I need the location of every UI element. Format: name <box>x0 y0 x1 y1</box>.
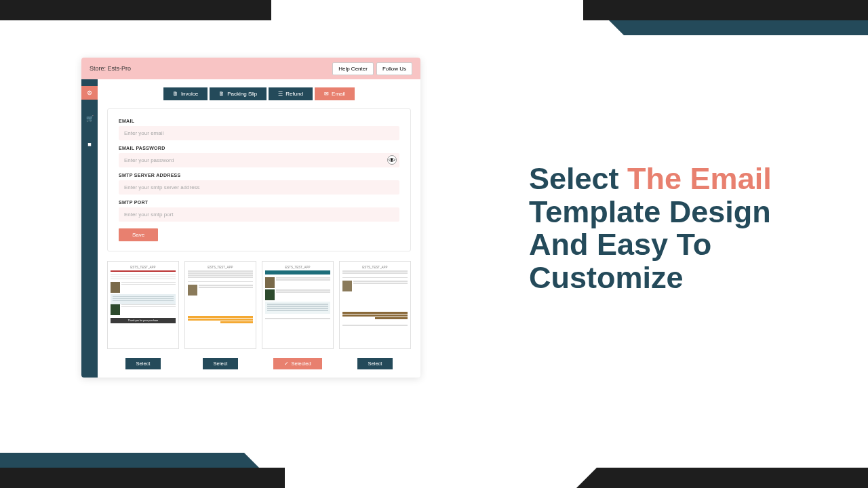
smtp-port-label: SMTP PORT <box>119 200 399 205</box>
email-label: EMAIL <box>119 119 399 123</box>
tab-invoice-label: Invoice <box>181 91 198 97</box>
template-header: ESTS_TEST_APP <box>111 264 176 270</box>
file-icon: 🗎 <box>173 91 178 97</box>
frame-top-right <box>583 0 868 41</box>
tab-invoice[interactable]: 🗎Invoice <box>163 87 208 100</box>
select-template-4[interactable]: Select <box>357 358 393 369</box>
password-input[interactable] <box>119 153 399 167</box>
template-3[interactable]: ESTS_TEST_APP <box>262 261 334 349</box>
user-icon: ■ <box>87 141 91 148</box>
select-row: Select Select ✓Selected Select <box>107 356 411 369</box>
save-button[interactable]: Save <box>119 228 158 241</box>
tab-email[interactable]: ✉Email <box>315 87 355 100</box>
password-label: EMAIL PASSWORD <box>119 146 399 150</box>
frame-bottom-left <box>0 447 285 488</box>
eye-icon[interactable]: 👁 <box>387 155 397 165</box>
template-4[interactable]: ESTS_TEST_APP <box>339 261 411 349</box>
smtp-port-input[interactable] <box>119 207 399 222</box>
gear-icon: ⚙ <box>87 89 92 96</box>
cart-icon: 🛒 <box>86 115 94 122</box>
topbar: Store: Ests-Pro Help Center Follow Us <box>81 58 420 79</box>
tab-packing-label: Packing Slip <box>227 91 257 97</box>
select-template-1[interactable]: Select <box>125 358 161 369</box>
template-2[interactable]: ESTS_TEST_APP <box>184 261 256 349</box>
sidebar-item-settings[interactable]: ⚙ <box>81 86 98 100</box>
select-template-2[interactable]: Select <box>203 358 239 369</box>
email-settings-card: EMAIL EMAIL PASSWORD 👁 SMTP SERVER ADDRE… <box>107 108 411 251</box>
template-header: ESTS_TEST_APP <box>265 264 330 270</box>
help-center-button[interactable]: Help Center <box>332 62 374 75</box>
slip-icon: 🗎 <box>219 91 224 97</box>
mkt-part1: Select <box>529 161 627 196</box>
app-window: Store: Ests-Pro Help Center Follow Us ⚙ … <box>81 58 420 378</box>
sidebar-item-cart[interactable]: 🛒 <box>81 112 98 125</box>
mkt-accent: The Email <box>627 161 772 196</box>
tab-email-label: Email <box>332 91 345 97</box>
selected-label: Selected <box>291 361 311 367</box>
email-input[interactable] <box>119 126 399 140</box>
frame-bottom-right <box>597 468 868 488</box>
selected-template-3[interactable]: ✓Selected <box>273 358 321 369</box>
marketing-headline: Select The Email Template Design And Eas… <box>529 163 800 294</box>
sidebar: ⚙ 🛒 ■ <box>81 79 98 378</box>
follow-us-button[interactable]: Follow Us <box>376 62 412 75</box>
email-icon: ✉ <box>324 91 329 97</box>
template-1[interactable]: ESTS_TEST_APP Thank you for your purchas… <box>107 261 179 349</box>
store-label: Store: Ests-Pro <box>90 65 131 72</box>
check-icon: ✓ <box>284 361 289 367</box>
tab-packing-slip[interactable]: 🗎Packing Slip <box>210 87 267 100</box>
tabs: 🗎Invoice 🗎Packing Slip ☰Refund ✉Email <box>107 87 411 100</box>
smtp-server-input[interactable] <box>119 180 399 195</box>
tab-refund-label: Refund <box>285 91 303 97</box>
template-grid: ESTS_TEST_APP Thank you for your purchas… <box>107 261 411 349</box>
smtp-server-label: SMTP SERVER ADDRESS <box>119 173 399 178</box>
template-thanks: Thank you for your purchase <box>111 318 176 323</box>
template-header: ESTS_TEST_APP <box>188 264 253 270</box>
tab-refund[interactable]: ☰Refund <box>269 87 313 100</box>
refund-icon: ☰ <box>278 91 283 97</box>
sidebar-item-user[interactable]: ■ <box>81 138 98 151</box>
template-header: ESTS_TEST_APP <box>342 264 408 270</box>
mkt-part3: Template Design And Easy To Customize <box>529 195 771 295</box>
